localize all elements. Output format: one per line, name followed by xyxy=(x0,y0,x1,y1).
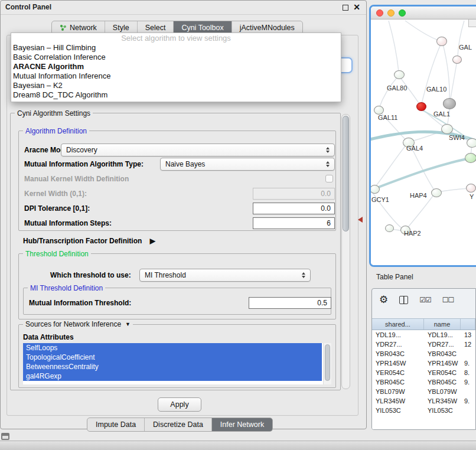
docked-window-icon[interactable] xyxy=(1,433,9,440)
table-body: YDL19... YDL19... 13 YDR27... YDR27... 1… xyxy=(372,330,475,429)
table-row[interactable]: YIL053C YIL053C xyxy=(372,406,475,415)
close-icon[interactable]: ✕ xyxy=(353,2,360,12)
control-panel-titlebar: Control Panel ✕ xyxy=(1,1,366,15)
list-item[interactable]: TopologicalCoefficient xyxy=(23,353,322,362)
which-threshold-value: MI Threshold xyxy=(140,271,299,279)
table-row[interactable]: YBL079W YBL079W xyxy=(372,387,475,396)
combo-arrows-icon xyxy=(299,272,308,278)
graph-node[interactable] xyxy=(436,37,447,46)
node-label: GAL80 xyxy=(387,84,407,92)
graph-node[interactable] xyxy=(385,224,394,232)
zoom-button[interactable] xyxy=(399,9,406,17)
network-tab-icon xyxy=(60,24,67,31)
table-row[interactable]: YDL19... YDL19... 13 xyxy=(372,330,475,340)
table-row[interactable]: YBR045C YBR045C 9. xyxy=(372,377,475,387)
data-attributes-label: Data Attributes xyxy=(23,333,74,341)
mi-threshold-field[interactable]: 0.5 xyxy=(249,297,331,309)
node-label: GAL1 xyxy=(433,110,450,118)
cyni-bottom-tabbar: Impute Data Discretize Data Infer Networ… xyxy=(87,418,273,432)
network-view-window: GAL80 GAL10 GAL11 GAL1 SWI4 GAL4 GCY1 HA… xyxy=(369,5,476,267)
select-all-icon[interactable]: ☑☑ xyxy=(419,296,431,304)
table-header-row: shared... name xyxy=(372,318,475,330)
table-row[interactable]: YLR345W YLR345W 9. xyxy=(372,396,475,406)
manual-kernel-checkbox xyxy=(325,175,333,182)
close-button[interactable] xyxy=(376,9,383,17)
list-item[interactable]: SelfLoops xyxy=(23,343,322,353)
graph-node[interactable] xyxy=(466,184,476,193)
mi-type-select[interactable]: Naive Bayes xyxy=(160,158,335,171)
algorithm-option[interactable]: Bayesian – K2 xyxy=(11,81,341,90)
sources-group-title[interactable]: Sources for Network Inference ▼ xyxy=(23,320,133,328)
which-threshold-select[interactable]: MI Threshold xyxy=(139,269,311,282)
algorithm-option[interactable]: Bayesian – Hill Climbing xyxy=(11,43,341,53)
node-label: GCY1 xyxy=(371,196,389,203)
graph-node-swi4[interactable] xyxy=(467,138,476,148)
table-row[interactable]: YER054C YER054C 8. xyxy=(372,368,475,377)
bottom-tab-discretize-data[interactable]: Discretize Data xyxy=(145,418,212,431)
node-label: GAL4 xyxy=(406,145,423,152)
graph-node-gal1[interactable] xyxy=(441,124,453,134)
graph-node-gal11[interactable] xyxy=(374,106,384,115)
dropdown-prompt: Select algorithm to view settings xyxy=(11,33,341,43)
minimize-button[interactable] xyxy=(387,9,395,17)
scrollbar-thumb[interactable] xyxy=(343,116,349,231)
algorithm-option[interactable]: Basic Correlation Inference xyxy=(11,53,341,62)
mi-steps-field[interactable]: 6 xyxy=(253,217,335,229)
settings-group-title: Cyni Algorithm Settings xyxy=(15,109,93,118)
table-row[interactable]: YPR145W YPR145W 9. xyxy=(372,358,475,368)
dpi-tolerance-field[interactable]: 0.0 xyxy=(253,203,335,214)
settings-scrollbar[interactable] xyxy=(341,114,350,389)
aracne-mode-value: Discovery xyxy=(61,146,323,154)
data-attributes-list: SelfLoops TopologicalCoefficient Between… xyxy=(23,343,331,384)
algorithm-dropdown-popup: Select algorithm to view settings Bayesi… xyxy=(11,32,341,102)
graph-node-gal10[interactable] xyxy=(416,102,426,111)
column-header[interactable] xyxy=(461,319,475,330)
hub-section-toggle[interactable]: Hub/Transcription Factor Definition ▶ xyxy=(23,237,155,245)
gear-icon[interactable]: ⚙ xyxy=(379,295,388,305)
scrollbar-thumb[interactable] xyxy=(325,344,330,381)
combo-arrows-icon xyxy=(323,161,332,167)
float-window-icon[interactable] xyxy=(343,5,348,11)
collapse-right-icon: ▶ xyxy=(150,237,155,245)
network-window-titlebar xyxy=(371,6,476,19)
aracne-mode-select[interactable]: Discovery xyxy=(61,144,335,156)
threshold-definition-title: Threshold Definition xyxy=(23,250,91,258)
table-row[interactable]: YBR043C YBR043C xyxy=(372,349,475,358)
kernel-width-field: 0.0 xyxy=(253,188,335,200)
table-panel-title: Table Panel xyxy=(376,273,413,281)
algorithm-option-selected[interactable]: ARACNE Algorithm xyxy=(11,62,341,71)
mi-threshold-label: Mutual Information Threshold: xyxy=(29,299,131,307)
dpi-tolerance-label: DPI Tolerance [0,1]: xyxy=(24,204,90,213)
table-toolbar: ⚙ ☑☑ ☐☐ xyxy=(379,295,454,305)
list-item[interactable]: BetweennessCentrality xyxy=(23,362,322,371)
columns-icon[interactable] xyxy=(399,296,408,304)
tab-label: Style xyxy=(113,24,129,32)
bottom-tab-infer-network[interactable]: Infer Network xyxy=(212,418,272,431)
node-label: GAL10 xyxy=(426,86,446,93)
graph-node[interactable] xyxy=(394,70,405,79)
list-item[interactable]: gal4RGexp xyxy=(23,371,322,381)
manual-kernel-label: Manual Kernel Width Definition xyxy=(24,175,129,183)
control-panel-title: Control Panel xyxy=(5,3,51,11)
network-scrollbar-corner[interactable] xyxy=(468,19,476,27)
column-header[interactable]: name xyxy=(424,319,461,330)
apply-button[interactable]: Apply xyxy=(158,397,201,412)
bottom-tab-impute-data[interactable]: Impute Data xyxy=(87,418,145,431)
graph-node[interactable] xyxy=(452,56,462,64)
node-label: HAP4 xyxy=(410,192,427,199)
status-bar xyxy=(0,441,476,450)
tab-label: Network xyxy=(70,24,97,32)
graph-node[interactable] xyxy=(443,98,456,109)
column-header[interactable]: shared... xyxy=(372,319,424,330)
mi-threshold-title: MI Threshold Definition xyxy=(28,284,105,292)
algorithm-option[interactable]: Dream8 DC_TDC Algorithm xyxy=(11,90,341,100)
table-row[interactable]: YDR27... YDR27... 12 xyxy=(372,340,475,349)
network-canvas[interactable]: GAL80 GAL10 GAL11 GAL1 SWI4 GAL4 GCY1 HA… xyxy=(371,19,476,265)
deselect-all-icon[interactable]: ☐☐ xyxy=(442,296,454,304)
panel-splitter-handle[interactable] xyxy=(358,217,363,223)
graph-node-hap4[interactable] xyxy=(431,188,442,197)
graph-node[interactable] xyxy=(465,153,476,163)
attribute-list-scrollbar[interactable] xyxy=(323,343,331,384)
algorithm-option[interactable]: Mutual Information Inference xyxy=(11,71,341,81)
combo-arrows-icon xyxy=(323,147,332,153)
